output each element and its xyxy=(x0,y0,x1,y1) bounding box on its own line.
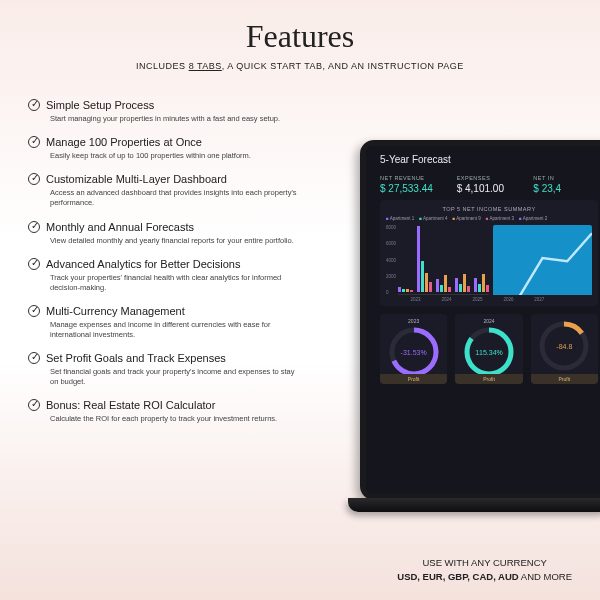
currency-note: USE WITH ANY CURRENCY USD, EUR, GBP, CAD… xyxy=(397,557,572,582)
bar-group xyxy=(436,275,451,292)
x-tick: 2026 xyxy=(493,297,524,302)
bar-group xyxy=(398,287,413,292)
check-icon xyxy=(28,305,40,317)
feature-title: Monthly and Annual Forecasts xyxy=(46,221,194,233)
dashboard-title: 5-Year Forecast xyxy=(380,154,598,165)
x-axis: 20232024202520262027 xyxy=(386,297,592,302)
kpi-card: NET IN$ 23,4 xyxy=(533,175,598,194)
kpi-value: $ 4,101.00 xyxy=(457,183,522,194)
bar-chart-panel: TOP 5 NET INCOME SUMMARY Apartment 1Apar… xyxy=(380,200,598,306)
bar xyxy=(482,274,485,292)
bar-group xyxy=(474,274,489,292)
kpi-label: NET REVENUE xyxy=(380,175,445,181)
feature-desc: Set financial goals and track your prope… xyxy=(50,367,300,387)
feature-title: Multi-Currency Management xyxy=(46,305,185,317)
feature-item: Monthly and Annual ForecastsView detaile… xyxy=(28,221,328,246)
feature-desc: Manage expenses and income in different … xyxy=(50,320,300,340)
feature-title: Advanced Analytics for Better Decisions xyxy=(46,258,240,270)
feature-item: Customizable Multi-Layer DashboardAccess… xyxy=(28,173,328,208)
kpi-label: NET IN xyxy=(533,175,598,181)
feature-title: Set Profit Goals and Track Expenses xyxy=(46,352,226,364)
kpi-value: $ 27,533.44 xyxy=(380,183,445,194)
currency-line1: USE WITH ANY CURRENCY xyxy=(397,557,572,568)
x-tick: 2024 xyxy=(431,297,462,302)
feature-item: Advanced Analytics for Better DecisionsT… xyxy=(28,258,328,293)
x-tick: 2027 xyxy=(524,297,555,302)
feature-title: Simple Setup Process xyxy=(46,99,154,111)
bar xyxy=(436,279,439,292)
bar xyxy=(440,285,443,292)
bar xyxy=(421,261,424,292)
feature-desc: Calculate the ROI for each property to t… xyxy=(50,414,300,424)
subtitle: INCLUDES 8 TABS, A QUICK START TAB, AND … xyxy=(0,61,600,71)
area-chart xyxy=(493,225,592,295)
subtitle-prefix: INCLUDES xyxy=(136,61,189,71)
check-icon xyxy=(28,352,40,364)
donut-chart: 115.34% xyxy=(463,326,515,378)
check-icon xyxy=(28,136,40,148)
check-icon xyxy=(28,258,40,270)
bar xyxy=(406,289,409,292)
donut-value: -84.8 xyxy=(538,320,590,372)
kpi-card: EXPENSES$ 4,101.00 xyxy=(457,175,522,194)
bar-group xyxy=(455,274,470,292)
donut-value: -31.53% xyxy=(388,326,440,378)
laptop-base xyxy=(348,498,600,512)
page-title: Features xyxy=(0,18,600,55)
check-icon xyxy=(28,221,40,233)
currency-list: USD, EUR, GBP, CAD, AUD xyxy=(397,571,518,582)
feature-title: Customizable Multi-Layer Dashboard xyxy=(46,173,227,185)
donut-chart: -31.53% xyxy=(388,326,440,378)
donut-label: Profit xyxy=(380,374,447,384)
check-icon xyxy=(28,173,40,185)
feature-desc: Easily keep track of up to 100 propertie… xyxy=(50,151,300,161)
donut-year: 2023 xyxy=(384,318,443,324)
panel-title: TOP 5 NET INCOME SUMMARY xyxy=(386,206,592,212)
legend-item: Apartment 9 xyxy=(453,216,481,221)
donut-value: 115.34% xyxy=(463,326,515,378)
currency-suffix: AND MORE xyxy=(519,571,572,582)
feature-item: Bonus: Real Estate ROI CalculatorCalcula… xyxy=(28,399,328,424)
kpi-row: NET REVENUE$ 27,533.44EXPENSES$ 4,101.00… xyxy=(380,175,598,194)
donut-year: 2024 xyxy=(459,318,518,324)
subtitle-tabs: 8 TABS xyxy=(189,61,222,71)
feature-item: Manage 100 Properties at OnceEasily keep… xyxy=(28,136,328,161)
feature-title: Bonus: Real Estate ROI Calculator xyxy=(46,399,215,411)
kpi-value: $ 23,4 xyxy=(533,183,598,194)
features-list: Simple Setup ProcessStart managing your … xyxy=(28,99,328,425)
check-icon xyxy=(28,99,40,111)
x-tick: 2025 xyxy=(462,297,493,302)
dashboard-screen: 5-Year Forecast NET REVENUE$ 27,533.44EX… xyxy=(366,146,600,494)
legend-item: Apartment 4 xyxy=(419,216,447,221)
bar xyxy=(486,285,489,292)
bar xyxy=(474,278,477,292)
bar xyxy=(448,287,451,292)
y-axis: 80006000400020000 xyxy=(386,225,396,295)
bar xyxy=(463,274,466,292)
feature-desc: Access an advanced dashboard that provid… xyxy=(50,188,300,208)
bar xyxy=(410,290,413,292)
bar xyxy=(459,284,462,292)
subtitle-suffix: , A QUICK START TAB, AND AN INSTRUCTION … xyxy=(222,61,464,71)
bar xyxy=(425,273,428,292)
bar xyxy=(398,287,401,292)
feature-item: Set Profit Goals and Track ExpensesSet f… xyxy=(28,352,328,387)
kpi-card: NET REVENUE$ 27,533.44 xyxy=(380,175,445,194)
bar-group xyxy=(417,226,432,292)
feature-desc: Track your properties' financial health … xyxy=(50,273,300,293)
bar xyxy=(417,226,420,292)
chart-legend: Apartment 1Apartment 4Apartment 9Apartme… xyxy=(386,216,592,221)
check-icon xyxy=(28,399,40,411)
bar xyxy=(444,275,447,292)
bar xyxy=(478,284,481,293)
feature-desc: View detailed monthly and yearly financi… xyxy=(50,236,300,246)
donut-row: 2023 -31.53% Profit2024 115.34% Profit -… xyxy=(380,314,598,382)
bar xyxy=(429,282,432,292)
legend-item: Apartment 2 xyxy=(519,216,547,221)
x-tick: 2023 xyxy=(400,297,431,302)
legend-item: Apartment 1 xyxy=(386,216,414,221)
donut-label: Profit xyxy=(455,374,522,384)
bar xyxy=(467,286,470,292)
donut-label: Profit xyxy=(531,374,598,384)
donut-chart: -84.8 xyxy=(538,320,590,372)
